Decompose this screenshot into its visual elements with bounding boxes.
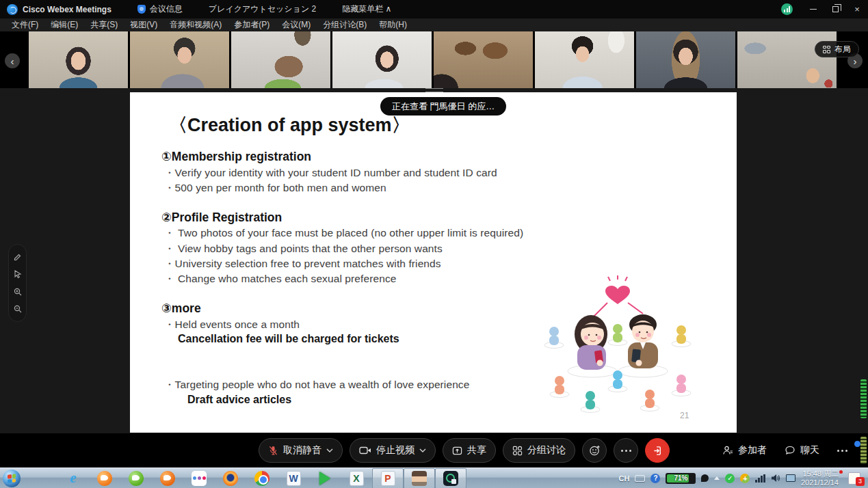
unmute-button[interactable]: 取消静音 [259, 438, 343, 463]
power-plug-icon [701, 474, 709, 482]
participant-video-2[interactable] [130, 31, 229, 88]
menu-edit[interactable]: 编辑(E) [44, 18, 84, 31]
taskbar-app-powerpoint[interactable]: P [372, 468, 404, 488]
annotate-pen-icon[interactable] [13, 252, 23, 262]
layout-button[interactable]: 布局 [815, 41, 859, 57]
menu-help[interactable]: 帮助(H) [373, 18, 413, 31]
webex-window: Cisco Webex Meetings 会议信息 ブレイクアウトセッション 2… [0, 0, 868, 488]
system-tray: CH ? 71% ✓ + 15:48 周二 2021/12/14 [619, 468, 868, 488]
participant-video-6[interactable] [535, 31, 634, 88]
layout-button-label: 布局 [834, 44, 851, 55]
app-title: Cisco Webex Meetings [23, 5, 111, 14]
menu-audio-video[interactable]: 音频和视频(A) [163, 18, 228, 31]
taskbar-app-sogou[interactable] [89, 468, 120, 488]
taskbar-app-video-player[interactable] [309, 468, 341, 488]
meeting-info-label: 会议信息 [150, 3, 183, 15]
participants-panel-button[interactable]: 参加者 [722, 444, 767, 457]
input-language-indicator[interactable]: CH [619, 474, 630, 483]
video-player-icon [319, 472, 330, 485]
sogou-browser-icon [97, 471, 112, 486]
speaker-icon[interactable] [771, 474, 780, 483]
reactions-button[interactable] [582, 438, 607, 463]
panel-more-button[interactable] [837, 450, 847, 452]
taskbar-app-chrome[interactable] [246, 468, 278, 488]
notification-dot [854, 441, 860, 447]
participant-video-3[interactable] [231, 31, 330, 88]
menu-participants[interactable]: 参加者(P) [228, 18, 276, 31]
connection-quality-icon[interactable] [781, 3, 793, 15]
menu-share[interactable]: 共享(S) [84, 18, 124, 31]
messenger-tray-icon[interactable]: ✓ [725, 474, 735, 483]
section1-bullet-1: ・Verify your identity with your student … [164, 166, 497, 180]
show-hidden-icons-button[interactable] [714, 476, 720, 480]
volume-level-meter-small [860, 437, 867, 464]
section2-bullet-2: ・ View hobby tags and points that the ot… [164, 242, 443, 256]
chat-label: 聊天 [800, 444, 819, 457]
participant-video-1[interactable] [29, 31, 128, 88]
menu-breakout[interactable]: 分组讨论(B) [317, 18, 373, 31]
breakout-button[interactable]: 分组讨论 [503, 438, 575, 463]
breakout-session-label: ブレイクアウトセッション 2 [209, 3, 316, 15]
taskbar-app-uc[interactable] [152, 468, 183, 488]
section3-bold-note-2: Draft advice articles [187, 394, 291, 406]
webex-logo-icon [7, 4, 18, 15]
notes-app-icon[interactable]: 3 [848, 472, 860, 485]
powerpoint-icon: P [381, 471, 395, 486]
participant-video-5[interactable] [434, 31, 533, 88]
stop-video-button[interactable]: 停止视频 [350, 438, 436, 463]
taskbar-app-chat[interactable] [404, 468, 435, 488]
zoom-in-icon[interactable] [13, 287, 23, 297]
taskbar-app-ie[interactable]: e [57, 468, 89, 488]
breakout-grid-icon [512, 446, 523, 456]
video-strip: ‹ › 布局 [0, 31, 868, 88]
word-icon: W [287, 471, 301, 486]
remote-control-icon[interactable] [13, 269, 23, 279]
keyboard-icon[interactable] [635, 475, 645, 482]
chevron-down-icon[interactable] [326, 448, 333, 452]
green-browser-icon [129, 471, 144, 486]
mic-muted-icon [268, 445, 278, 456]
menu-file[interactable]: 文件(F) [5, 18, 44, 31]
taskbar-app-webex[interactable] [435, 468, 466, 488]
share-button[interactable]: 共享 [443, 438, 496, 463]
participants-icon [722, 445, 733, 456]
start-button[interactable] [3, 470, 21, 487]
chat-panel-button[interactable]: 聊天 [785, 444, 819, 457]
participant-video-7[interactable] [636, 31, 735, 88]
taskbar-app-word[interactable]: W [278, 468, 309, 488]
taskbar-app-store[interactable] [183, 468, 215, 488]
more-options-button[interactable] [614, 438, 638, 463]
network-signal-icon[interactable] [755, 474, 765, 483]
menu-bar: 文件(F) 编辑(E) 共享(S) 视图(V) 音频和视频(A) 参加者(P) … [0, 18, 868, 31]
participant-video-8[interactable] [737, 31, 837, 88]
network-connection-icon[interactable] [786, 474, 795, 482]
participant-video-4[interactable] [332, 31, 432, 88]
zoom-out-icon[interactable] [13, 304, 23, 314]
internet-explorer-icon: e [65, 470, 81, 487]
menu-view[interactable]: 视图(V) [124, 18, 163, 31]
presentation-slide: 〈Creation of app system〉 ①Membership reg… [130, 92, 737, 433]
section3-heading: ③more [161, 301, 201, 316]
leave-meeting-button[interactable] [645, 438, 670, 463]
minimize-button[interactable] [802, 0, 824, 18]
menu-meeting[interactable]: 会议(M) [276, 18, 317, 31]
strip-scroll-left-button[interactable]: ‹ [5, 53, 20, 68]
restore-button[interactable] [824, 0, 846, 18]
meeting-info-button[interactable]: 会议信息 [137, 3, 183, 15]
taskbar-app-utilities[interactable] [26, 468, 57, 488]
webex-taskbar-icon [443, 471, 458, 486]
battery-indicator[interactable]: 71% [666, 473, 696, 484]
chevron-down-icon[interactable] [419, 448, 426, 452]
section3-bullet-1: ・Held events once a month [164, 318, 300, 332]
section2-bullet-3: ・University selection free to prevent ma… [164, 257, 441, 271]
taskbar-app-firefox[interactable] [215, 468, 246, 488]
close-button[interactable]: × [846, 0, 868, 18]
taskbar-app-green-browser[interactable] [120, 468, 152, 488]
share-screen-icon [452, 446, 462, 456]
security-shield-icon[interactable]: + [740, 474, 750, 483]
smiley-reaction-icon [589, 445, 601, 457]
help-icon[interactable]: ? [650, 474, 660, 483]
tray-clock[interactable]: 15:48 周二 2021/12/14 [801, 470, 843, 487]
taskbar-app-excel[interactable]: X [341, 468, 372, 488]
hide-menubar-button[interactable]: 隐藏菜单栏 ∧ [342, 3, 391, 15]
